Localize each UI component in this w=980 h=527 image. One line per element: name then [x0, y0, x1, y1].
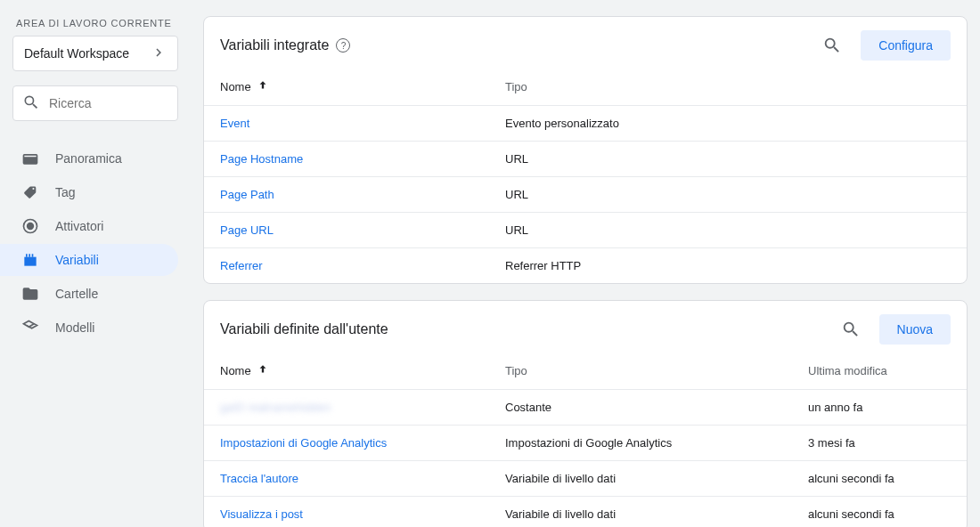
variable-name-link[interactable]: Visualizza i post [220, 507, 505, 521]
variable-modified: un anno fa [808, 401, 951, 414]
table-row[interactable]: Page HostnameURL [204, 141, 967, 176]
variable-type: URL [505, 188, 951, 201]
col-name-header[interactable]: Nome [220, 363, 505, 378]
table-row[interactable]: Visualizza i postVariabile di livello da… [204, 496, 967, 527]
sidebar: AREA DI LAVORO CORRENTE Default Workspac… [0, 0, 187, 527]
search-input[interactable] [49, 96, 168, 110]
variable-type: Referrer HTTP [505, 259, 951, 272]
variable-type: Variabile di livello dati [505, 507, 808, 521]
variable-type: Costante [505, 401, 808, 414]
col-modified-header[interactable]: Ultima modifica [808, 364, 951, 377]
nav-label: Variabili [55, 253, 99, 267]
table-row[interactable]: Page URLURL [204, 212, 967, 247]
variable-type: Evento personalizzato [505, 117, 951, 130]
tag-icon [21, 183, 39, 201]
search-builtin-button[interactable] [816, 29, 848, 61]
nav-tags[interactable]: Tag [0, 176, 178, 208]
variable-type: URL [505, 152, 951, 166]
main-content: Variabili integrate ? Configura Nome [187, 0, 980, 527]
user-title-text: Variabili definite dall'utente [220, 321, 388, 337]
variable-modified: 3 mesi fa [808, 436, 951, 450]
workspace-area-label: AREA DI LAVORO CORRENTE [16, 18, 178, 28]
workspace-name: Default Workspace [24, 46, 129, 61]
variable-icon [21, 251, 39, 269]
variable-name-link[interactable]: Referrer [220, 259, 505, 272]
builtin-table-header: Nome Tipo [204, 65, 967, 105]
nav-label: Modelli [55, 320, 94, 335]
search-box[interactable] [12, 85, 178, 121]
nav-label: Tag [55, 185, 76, 199]
table-row[interactable]: EventEvento personalizzato [204, 105, 967, 141]
nav-label: Attivatori [55, 219, 103, 233]
table-row[interactable]: Page PathURL [204, 176, 967, 212]
table-row[interactable]: Impostazioni di Google AnalyticsImpostaz… [204, 425, 967, 460]
nav-label: Cartelle [55, 287, 98, 301]
variable-modified: alcuni secondi fa [808, 507, 951, 521]
variable-name-link[interactable]: Traccia l'autore [220, 472, 505, 485]
builtin-rows: EventEvento personalizzatoPage HostnameU… [204, 105, 967, 283]
builtin-title: Variabili integrate ? [220, 37, 350, 53]
sidebar-nav: Panoramica Tag Attivatori Variabili [12, 142, 178, 344]
nav-variables[interactable]: Variabili [0, 244, 178, 276]
nav-folders[interactable]: Cartelle [0, 278, 178, 310]
user-rows: gaID realnamehiddenCostanteun anno faImp… [204, 389, 967, 527]
builtin-title-text: Variabili integrate [220, 37, 329, 53]
sort-asc-icon [257, 79, 269, 94]
help-icon[interactable]: ? [336, 38, 350, 53]
variable-name-link[interactable]: Page URL [220, 223, 505, 237]
search-icon [22, 93, 40, 114]
nav-triggers[interactable]: Attivatori [0, 210, 178, 242]
variable-name-link[interactable]: Page Path [220, 188, 505, 201]
table-row[interactable]: ReferrerReferrer HTTP [204, 247, 967, 283]
user-variables-card: Variabili definite dall'utente Nuova Nom… [203, 300, 968, 527]
col-type-header[interactable]: Tipo [505, 364, 808, 377]
overview-icon [21, 150, 39, 167]
variable-name-link[interactable]: gaID realnamehidden [220, 401, 505, 414]
variable-type: Variabile di livello dati [505, 472, 808, 485]
search-user-button[interactable] [835, 313, 867, 345]
col-name-header[interactable]: Nome [220, 79, 505, 94]
variable-modified: alcuni secondi fa [808, 472, 951, 485]
workspace-selector[interactable]: Default Workspace [12, 36, 178, 71]
nav-templates[interactable]: Modelli [0, 312, 178, 344]
svg-point-1 [28, 223, 34, 230]
configure-button[interactable]: Configura [861, 30, 951, 61]
variable-name-link[interactable]: Impostazioni di Google Analytics [220, 436, 505, 450]
template-icon [21, 319, 39, 336]
variable-name-link[interactable]: Page Hostname [220, 152, 505, 166]
user-table-header: Nome Tipo Ultima modifica [204, 349, 967, 389]
trigger-icon [21, 217, 39, 235]
new-variable-button[interactable]: Nuova [879, 314, 951, 345]
chevron-right-icon [151, 45, 167, 63]
variable-type: Impostazioni di Google Analytics [505, 436, 808, 450]
folder-icon [21, 285, 39, 303]
user-title: Variabili definite dall'utente [220, 321, 388, 337]
variable-name-link[interactable]: Event [220, 117, 505, 130]
sort-asc-icon [257, 363, 269, 378]
nav-overview[interactable]: Panoramica [0, 142, 178, 174]
table-row[interactable]: gaID realnamehiddenCostanteun anno fa [204, 389, 967, 425]
col-type-header[interactable]: Tipo [505, 80, 951, 93]
variable-type: URL [505, 223, 951, 237]
table-row[interactable]: Traccia l'autoreVariabile di livello dat… [204, 460, 967, 496]
builtin-variables-card: Variabili integrate ? Configura Nome [203, 16, 968, 284]
nav-label: Panoramica [55, 151, 122, 166]
